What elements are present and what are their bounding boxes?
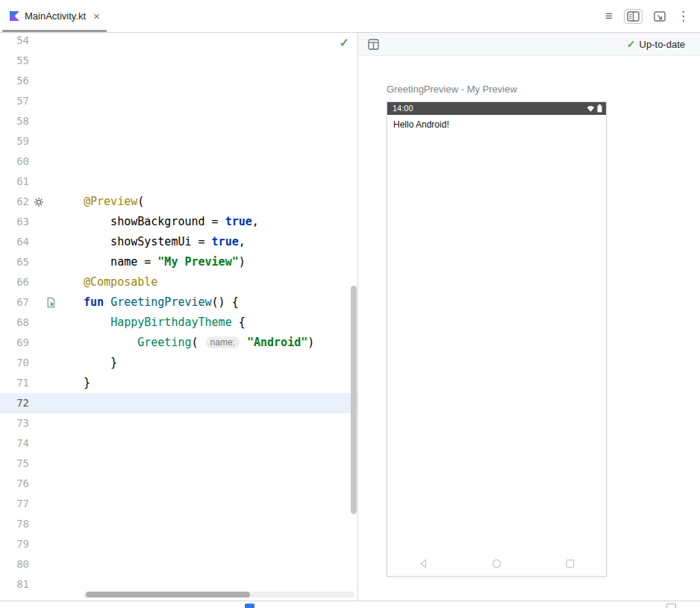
gutter-spacer — [29, 333, 58, 353]
editor-tab-bar: MainActivity.kt × ≡ — [0, 0, 700, 33]
device-clock: 14:00 — [393, 104, 413, 113]
editor-line-56[interactable]: 56 — [0, 71, 357, 91]
parameter-hint-chip: name: — [206, 336, 240, 348]
toolwindow-accent-chip — [245, 604, 254, 608]
editor-line-58[interactable]: 58 — [0, 111, 357, 131]
line-number: 54 — [0, 33, 29, 51]
editor-line-59[interactable]: 59 — [0, 131, 357, 151]
editor-line-62[interactable]: 62@Preview( — [0, 192, 357, 212]
editor-line-54[interactable]: 54 — [0, 33, 357, 51]
editor-line-74[interactable]: 74 — [0, 433, 357, 454]
code-editor[interactable]: 545556575859606162@Preview(63 showBackgr… — [0, 33, 358, 601]
editor-line-65[interactable]: 65 name = "My Preview") — [0, 252, 357, 272]
code-token-string: "My Preview" — [157, 255, 238, 269]
editor-line-57[interactable]: 57 — [0, 91, 357, 111]
preview-toolbar: ✓ Up-to-date — [358, 33, 700, 56]
code-token-plain — [240, 336, 247, 349]
editor-line-76[interactable]: 76 — [0, 474, 357, 494]
run-preview-icon[interactable] — [29, 292, 58, 313]
editor-line-68[interactable]: 68 HappyBirthdayTheme { — [0, 313, 357, 333]
gutter-spacer — [29, 51, 58, 71]
preview-title[interactable]: GreetingPreview - My Preview — [387, 84, 700, 95]
code-token-string: "Android" — [247, 336, 307, 349]
line-number: 79 — [0, 534, 29, 554]
editor-line-63[interactable]: 63 showBackground = true, — [0, 212, 357, 232]
code-text: name = "My Preview") — [58, 252, 246, 272]
gutter-spacer — [29, 252, 58, 272]
gear-glyph — [34, 197, 44, 207]
editor-line-77[interactable]: 77 — [0, 494, 357, 514]
code-text — [58, 554, 84, 574]
editor-line-72[interactable]: 72 — [0, 393, 357, 413]
code-token-plain: ) — [307, 336, 314, 349]
code-token-plain — [84, 316, 110, 329]
editor-line-64[interactable]: 64 showSystemUi = true, — [0, 232, 357, 252]
code-text — [58, 413, 84, 433]
inspection-status-icon[interactable]: ✓ — [340, 36, 349, 50]
code-token-composable: Greeting — [137, 336, 191, 349]
editor-line-67[interactable]: 67fun GreetingPreview() { — [0, 292, 357, 313]
gutter-spacer — [29, 272, 58, 292]
tab-close-icon[interactable]: × — [93, 10, 100, 22]
line-number: 81 — [0, 574, 29, 595]
gutter-spacer — [29, 454, 58, 474]
code-token-plain: ) — [239, 255, 246, 269]
code-text — [58, 534, 84, 554]
tab-mainactivity[interactable]: MainActivity.kt × — [0, 0, 109, 32]
code-token-fndecl: GreetingPreview — [110, 295, 211, 309]
code-text — [58, 33, 84, 51]
preview-settings-gear-icon[interactable] — [29, 192, 58, 212]
run-glyph — [46, 297, 57, 308]
split-view-icon[interactable] — [624, 9, 643, 24]
code-text — [58, 494, 84, 514]
android-studio-window: MainActivity.kt × ≡ — [0, 0, 700, 608]
gutter-spacer — [29, 151, 58, 172]
code-token-plain: ( — [137, 195, 144, 208]
more-options-icon[interactable]: ⋮ — [677, 10, 690, 22]
editor-line-78[interactable]: 78 — [0, 514, 357, 534]
editor-line-66[interactable]: 66@Composable — [0, 272, 357, 292]
line-number: 61 — [0, 172, 29, 192]
gutter-spacer — [29, 534, 58, 554]
code-token-plain: () { — [212, 295, 239, 309]
editor-line-70[interactable]: 70 } — [0, 353, 357, 373]
preview-layout-icon[interactable] — [368, 39, 379, 50]
preview-layout-glyph — [368, 39, 379, 50]
editor-line-71[interactable]: 71} — [0, 373, 357, 393]
code-text — [58, 574, 84, 595]
device-status-bar: 14:00 — [387, 102, 606, 115]
code-token-keyword: true — [225, 215, 252, 228]
editor-line-80[interactable]: 80 — [0, 554, 357, 574]
code-token-keyword: true — [212, 235, 239, 248]
vertical-scrollbar[interactable] — [351, 286, 357, 514]
code-text — [58, 91, 84, 111]
code-text — [58, 433, 84, 454]
editor-line-61[interactable]: 61 — [0, 172, 357, 192]
editor-line-75[interactable]: 75 — [0, 454, 357, 474]
line-number: 57 — [0, 91, 29, 111]
code-text: fun GreetingPreview() { — [58, 292, 239, 313]
editor-line-60[interactable]: 60 — [0, 151, 357, 172]
line-number: 58 — [0, 111, 29, 131]
editor-line-69[interactable]: 69 Greeting( name: "Android") — [0, 333, 357, 353]
device-preview[interactable]: 14:00 Hello Android! — [387, 101, 607, 577]
file-structure-icon[interactable]: ≡ — [605, 10, 613, 22]
code-token-plain: } — [84, 356, 117, 369]
code-text: showBackground = true, — [58, 212, 259, 232]
code-text: @Preview( — [58, 192, 144, 212]
greeting-text: Hello Android! — [393, 119, 449, 130]
horizontal-scrollbar-thumb[interactable] — [86, 592, 250, 598]
gutter-spacer — [29, 474, 58, 494]
design-view-icon[interactable] — [654, 11, 666, 22]
code-token-annotation: @Composable — [84, 275, 157, 289]
code-text — [58, 111, 84, 131]
horizontal-scrollbar[interactable] — [84, 592, 354, 598]
editor-line-79[interactable]: 79 — [0, 534, 357, 554]
editor-line-55[interactable]: 55 — [0, 51, 357, 71]
split-view-glyph — [627, 11, 640, 22]
editor-line-73[interactable]: 73 — [0, 413, 357, 433]
device-screen: Hello Android! — [387, 115, 606, 130]
build-status: ✓ Up-to-date — [627, 38, 685, 50]
gutter-spacer — [29, 33, 58, 51]
gutter-spacer — [29, 172, 58, 192]
